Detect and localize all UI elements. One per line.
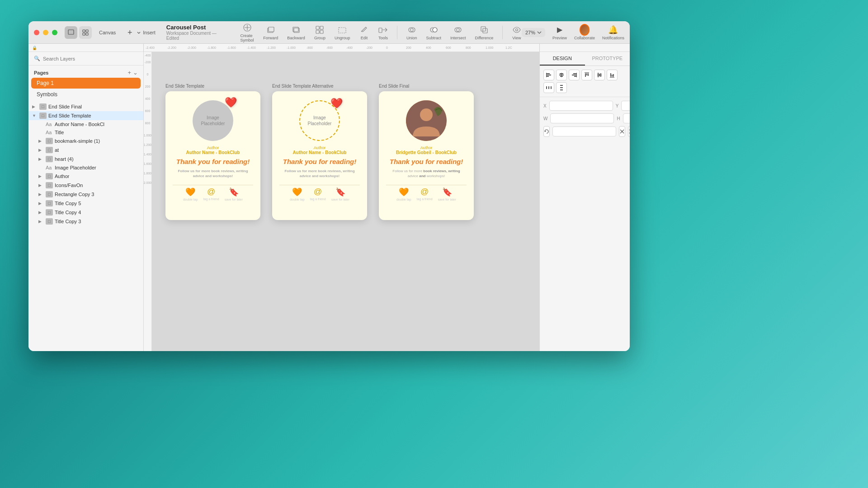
align-center-button[interactable] (556, 70, 567, 80)
card-1[interactable]: ImagePlaceholder ❤️ Author Author Name -… (165, 91, 260, 220)
align-bottom-button[interactable] (607, 70, 618, 80)
card-3[interactable]: ❤️ Author Bridgette Gobeil - BookClub Th… (379, 91, 474, 220)
card-author-label-2: Author (314, 145, 326, 150)
grid-view-button[interactable] (79, 26, 92, 39)
insert-control: + Insert (125, 28, 156, 38)
align-middle-button[interactable] (594, 70, 605, 80)
collaborate-button[interactable]: Collaborate (574, 25, 595, 40)
group-button[interactable]: Group (314, 25, 326, 40)
layer-icons-favon[interactable]: ▶ □ Icons/FavOn (28, 181, 143, 190)
page-item-symbols[interactable]: Symbols (31, 89, 141, 100)
ungroup-button[interactable]: Ungroup (335, 25, 350, 40)
minimize-button[interactable] (43, 30, 48, 35)
y-label: Y (616, 103, 619, 108)
insert-plus-button[interactable]: + (125, 28, 135, 38)
svg-rect-10 (316, 26, 319, 29)
page-item-page1[interactable]: Page 1 (31, 78, 141, 89)
layer-heart[interactable]: ▶ □ heart (4) (28, 155, 143, 164)
y-input[interactable] (621, 101, 630, 111)
distribute-h-button[interactable] (543, 82, 554, 93)
align-top-button[interactable] (581, 70, 592, 80)
layer-name: Author Name - BookCl (55, 122, 104, 127)
subtract-icon (429, 25, 439, 35)
card-2[interactable]: ImagePlaceholder ❤️ Author Author Name -… (272, 91, 367, 220)
layer-end-slide-template[interactable]: ▼ □ End Slide Template (28, 111, 143, 120)
rotation-input[interactable] (552, 127, 616, 136)
flip-v-button[interactable] (628, 126, 630, 137)
layer-name: Title (55, 130, 64, 135)
layer-author[interactable]: ▶ □ Author (28, 172, 143, 181)
chevron-right-icon: ▶ (38, 201, 44, 206)
canvas[interactable]: End Slide Template ImagePlaceholder ❤️ A… (152, 52, 539, 351)
subtract-label: Subtract (426, 36, 441, 40)
difference-button[interactable]: Difference (475, 25, 494, 40)
pages-menu-button[interactable]: ⌄ (133, 69, 138, 76)
align-left-button[interactable] (543, 70, 554, 80)
svg-point-27 (420, 108, 433, 121)
align-right-button[interactable] (569, 70, 580, 80)
add-page-button[interactable]: + (127, 69, 131, 76)
fullscreen-button[interactable] (52, 30, 57, 35)
union-button[interactable]: Union (406, 25, 417, 40)
pages-label: Pages (34, 70, 48, 75)
layer-title[interactable]: Aa Title (28, 128, 143, 136)
search-input[interactable] (43, 56, 105, 61)
layer-bookmark[interactable]: ▶ □ bookmark-simple (1) (28, 136, 143, 145)
tab-prototype[interactable]: PROTOTYPE (585, 52, 630, 66)
card-author-name-1: Author Name - BookClub (186, 150, 240, 155)
flip-h-button[interactable] (619, 126, 625, 137)
difference-icon (479, 25, 489, 35)
layer-title-copy5[interactable]: ▶ □ Title Copy 5 (28, 199, 143, 208)
layer-title-copy3[interactable]: ▶ □ Title Copy 3 (28, 217, 143, 226)
backward-button[interactable]: Backward (287, 25, 305, 40)
card-action-label-heart-1: double tap (183, 198, 198, 201)
svg-rect-57 (560, 89, 563, 90)
canvas-view-button[interactable] (65, 26, 77, 39)
create-symbol-button[interactable]: Create Symbol (240, 23, 254, 42)
layer-rectangle-copy3[interactable]: ▶ □ Rectangle Copy 3 (28, 190, 143, 199)
distribute-v-button[interactable] (556, 82, 567, 93)
chevron-right-icon: ▶ (38, 157, 44, 161)
notifications-icon: 🔔 (608, 25, 618, 35)
tools-button[interactable]: Tools (378, 25, 388, 40)
card-action-at-1: @ tag a friend (203, 187, 219, 201)
chevron-right-icon: ▶ (38, 183, 44, 188)
create-symbol-label: Create Symbol (240, 33, 254, 42)
card-wrapper-1: End Slide Template ImagePlaceholder ❤️ A… (165, 84, 260, 220)
canvas-wrapper: -400 -200 0 200 400 600 800 1.000 1.200 … (144, 52, 539, 351)
edit-label: Edit (361, 36, 368, 40)
align-right-icon (571, 72, 577, 78)
card-action-label-bookmark-2: save for later (331, 198, 349, 201)
folder-icon: □ (39, 103, 47, 110)
w-input[interactable] (550, 113, 614, 123)
tab-design[interactable]: DESIGN (540, 52, 585, 66)
folder-icon: □ (46, 218, 53, 225)
view-button[interactable]: View (512, 25, 522, 40)
tools-icon (378, 25, 388, 35)
folder-icon: □ (46, 156, 53, 162)
subtract-button[interactable]: Subtract (426, 25, 441, 40)
rotate-button[interactable] (543, 126, 550, 137)
forward-button[interactable]: Forward (263, 25, 278, 40)
preview-button[interactable]: ▶ Preview (552, 25, 567, 40)
zoom-control[interactable]: 27% (522, 28, 545, 37)
edit-button[interactable]: Edit (359, 25, 369, 40)
card-action-heart-3: 🧡 double tap (396, 187, 411, 201)
intersect-button[interactable]: Intersect (450, 25, 466, 40)
svg-rect-40 (585, 73, 586, 77)
svg-rect-30 (547, 76, 549, 77)
svg-rect-49 (612, 75, 613, 77)
layer-title-copy4[interactable]: ▶ □ Title Copy 4 (28, 208, 143, 217)
layer-image-placeholder[interactable]: Aa Image Placeholder (28, 164, 143, 172)
layer-end-slide-final[interactable]: ▶ □ End Slide Final (28, 102, 143, 111)
svg-rect-3 (83, 33, 85, 35)
notifications-button[interactable]: 🔔 Notifications (602, 25, 624, 40)
x-input[interactable] (549, 101, 613, 111)
close-button[interactable] (34, 30, 39, 35)
card-action-at-2: @ tag a friend (310, 187, 326, 201)
layer-author-name[interactable]: Aa Author Name - BookCl (28, 120, 143, 128)
distribute-v-icon (559, 85, 564, 90)
h-input[interactable] (623, 113, 630, 123)
layer-at[interactable]: ▶ □ at (28, 145, 143, 155)
folder-icon: □ (46, 191, 53, 197)
